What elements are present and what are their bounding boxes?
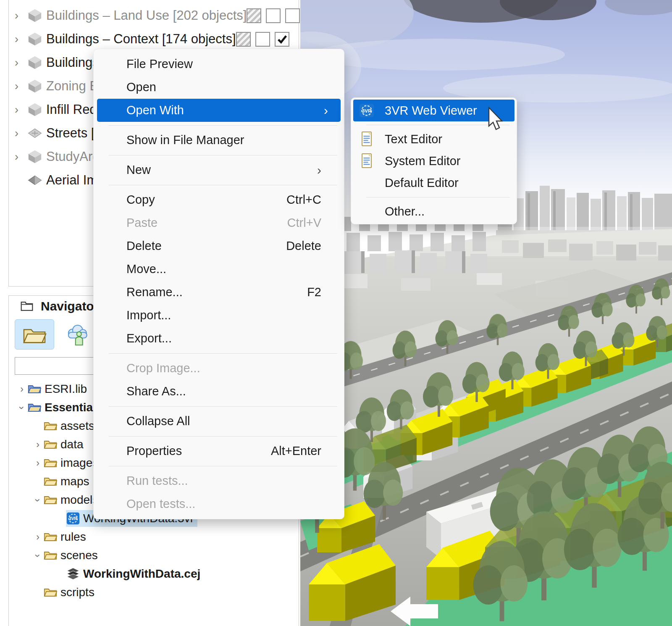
- submenu-item-other[interactable]: Other...: [351, 200, 517, 222]
- 3vr-file-icon: [66, 512, 80, 525]
- menu-item-run-tests[interactable]: Run tests...: [94, 469, 344, 492]
- folder-icon: [43, 419, 58, 433]
- layer-label: Buildings – Context [174 objects]: [46, 32, 236, 47]
- model-layer-icon: [27, 102, 42, 117]
- chevron-down-icon[interactable]: [16, 402, 27, 413]
- layer-label: Zoning E: [46, 79, 98, 94]
- empty-icon-slot: [359, 203, 375, 219]
- tree-item-rules[interactable]: rules: [9, 528, 299, 546]
- streets-layer-icon: [27, 126, 42, 141]
- model-layer-icon: [27, 79, 42, 94]
- context-menu: File Preview Open Open With Show in File…: [93, 49, 344, 519]
- menu-separator: [94, 350, 344, 357]
- menu-separator: [351, 194, 517, 200]
- menu-separator: [94, 122, 344, 129]
- chevron-right-icon[interactable]: [15, 56, 27, 69]
- menu-item-new[interactable]: New: [94, 158, 344, 181]
- chevron-right-icon[interactable]: [15, 103, 27, 116]
- menu-item-show-in-file-manager[interactable]: Show in File Manager: [94, 129, 344, 152]
- tree-item-scenes[interactable]: scenes: [9, 546, 299, 565]
- model-layer-icon: [27, 55, 42, 70]
- application-window: Buildings – Land Use [202 objects] Build…: [0, 0, 672, 626]
- checkbox-checked[interactable]: [275, 32, 289, 47]
- chevron-right-icon[interactable]: [15, 9, 27, 22]
- menu-separator: [94, 181, 344, 188]
- chevron-right-icon[interactable]: [15, 150, 27, 163]
- model-layer-icon: [27, 8, 42, 23]
- chevron-down-icon[interactable]: [32, 494, 43, 506]
- menu-separator: [94, 433, 344, 439]
- layer-label: StudyAre: [46, 149, 100, 164]
- checkbox-hatched[interactable]: [247, 8, 261, 23]
- 3d-city-scene: [300, 0, 672, 626]
- library-folder-icon: [27, 382, 42, 396]
- menu-item-rename[interactable]: Rename...F2: [94, 281, 344, 304]
- layer-label: Buildings – Land Use [202 objects]: [46, 8, 247, 23]
- checkmark-icon: [276, 33, 288, 45]
- aerial-layer-icon: [27, 173, 42, 188]
- menu-separator: [94, 463, 344, 469]
- shortcut: Delete: [286, 239, 321, 253]
- checkbox-empty[interactable]: [255, 32, 270, 47]
- shortcut: Ctrl+V: [287, 216, 321, 230]
- menu-item-import[interactable]: Import...: [94, 304, 344, 327]
- chevron-right-icon[interactable]: [32, 439, 43, 450]
- scene-layers-icon: [66, 567, 80, 581]
- chevron-down-icon[interactable]: [32, 550, 43, 561]
- tree-item-scripts[interactable]: scripts: [9, 583, 299, 602]
- menu-separator: [94, 152, 344, 158]
- layer-row-context[interactable]: Buildings – Context [174 objects]: [9, 27, 299, 51]
- layer-label: Streets [: [46, 126, 94, 141]
- chevron-right-icon[interactable]: [15, 33, 27, 46]
- mouse-cursor-icon: [488, 107, 505, 132]
- menu-item-delete[interactable]: DeleteDelete: [94, 234, 344, 258]
- shortcut: F2: [307, 285, 321, 299]
- folder-icon: [43, 586, 58, 599]
- checkbox-hatched[interactable]: [236, 32, 251, 47]
- submenu-item-system-editor[interactable]: System Editor: [351, 150, 517, 172]
- folder-icon: [43, 549, 58, 562]
- folder-outline-icon: [20, 300, 34, 313]
- empty-icon-slot: [359, 175, 375, 191]
- document-icon: [359, 131, 375, 147]
- layer-label: Infill Red: [46, 102, 97, 117]
- checkbox-empty[interactable]: [266, 8, 281, 23]
- menu-item-share-as[interactable]: Share As...: [94, 380, 344, 403]
- folder-icon: [43, 475, 58, 488]
- menu-item-export[interactable]: Export...: [94, 327, 344, 350]
- chevron-right-icon[interactable]: [16, 384, 27, 395]
- folder-icon: [43, 493, 58, 507]
- folder-icon: [43, 530, 58, 544]
- menu-item-move[interactable]: Move...: [94, 258, 344, 281]
- cloud-portal-button[interactable]: [58, 319, 97, 350]
- cloud-person-icon: [64, 323, 90, 346]
- menu-item-crop-image[interactable]: Crop Image...: [94, 357, 344, 380]
- menu-item-open-tests[interactable]: Open tests...: [94, 492, 344, 516]
- chevron-right-icon[interactable]: [15, 127, 27, 140]
- menu-item-collapse-all[interactable]: Collapse All: [94, 410, 344, 433]
- checkbox-empty[interactable]: [285, 8, 300, 23]
- library-folder-icon: [27, 401, 42, 414]
- 3d-viewport[interactable]: [300, 0, 672, 626]
- folder-icon: [43, 456, 58, 470]
- model-layer-icon: [27, 32, 42, 47]
- layer-label: Aerial Im: [46, 173, 97, 188]
- menu-item-properties[interactable]: PropertiesAlt+Enter: [94, 439, 344, 463]
- menu-item-file-preview[interactable]: File Preview: [94, 53, 344, 76]
- layer-label: Buildings: [46, 55, 99, 70]
- chevron-right-icon[interactable]: [32, 531, 43, 543]
- workspace-folder-button[interactable]: [15, 319, 54, 350]
- layer-row-land-use[interactable]: Buildings – Land Use [202 objects]: [9, 4, 299, 27]
- open-folder-icon: [21, 323, 47, 346]
- navigator-title: Navigator: [41, 299, 99, 313]
- menu-separator: [94, 403, 344, 410]
- menu-item-open[interactable]: Open: [94, 76, 344, 99]
- shortcut: Alt+Enter: [271, 444, 321, 458]
- menu-item-copy[interactable]: CopyCtrl+C: [94, 188, 344, 211]
- chevron-right-icon[interactable]: [32, 458, 43, 469]
- menu-item-open-with[interactable]: Open With: [97, 99, 341, 122]
- chevron-right-icon[interactable]: [15, 80, 27, 93]
- menu-item-paste[interactable]: PasteCtrl+V: [94, 211, 344, 234]
- submenu-item-default-editor[interactable]: Default Editor: [351, 172, 517, 194]
- tree-item-workingwithdata-cej[interactable]: WorkingWithData.cej: [9, 565, 299, 583]
